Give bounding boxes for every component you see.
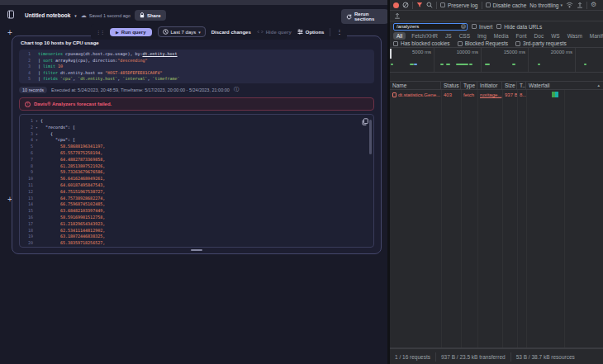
collapse-icon[interactable]: ▾ — [33, 131, 40, 138]
hide-data-urls-checkbox[interactable]: Hide data URLs — [496, 24, 542, 30]
code-segment: 10 — [55, 64, 63, 69]
chevron-down-icon[interactable]: ▾ — [74, 13, 77, 18]
network-timeline[interactable]: 5000 ms10000 ms15000 ms20000 ms — [390, 48, 603, 73]
info-icon[interactable]: ⓘ — [234, 86, 239, 93]
chevron-down-icon: ▾ — [560, 2, 563, 7]
tab-manifest[interactable]: Manifest — [588, 32, 603, 40]
tab-fetch-xhr[interactable]: Fetch/XHR — [410, 32, 439, 40]
line-number: 6 — [20, 150, 33, 157]
import-har-icon[interactable] — [394, 12, 401, 19]
share-label: Share — [147, 13, 161, 18]
tab-css[interactable]: CSS — [458, 32, 472, 40]
timeline-gridline — [434, 48, 434, 72]
tab-js[interactable]: JS — [444, 32, 453, 40]
json-text: 58.58688196341197, — [40, 144, 105, 150]
cell-text: fetch — [463, 92, 474, 97]
notebook-title[interactable]: Untitled notebook — [25, 12, 70, 18]
json-scrollbar[interactable] — [369, 120, 372, 154]
hide-query-button[interactable]: Hide query — [257, 29, 292, 35]
collapse-icon[interactable]: ▾ — [33, 137, 40, 144]
line-number: 18 — [20, 228, 33, 234]
share-button[interactable]: Share — [135, 10, 166, 21]
cell-text: 8... — [520, 92, 526, 97]
section-toolbar: ⋮⋮ ▶ Run query Last 7 days ▾ Discard cha… — [91, 24, 347, 40]
drag-handle-icon[interactable]: ⋮⋮ — [96, 29, 104, 35]
column-header-initiator[interactable]: Initiator — [477, 82, 502, 89]
rerun-sections-button[interactable]: Rerun sections — [341, 9, 388, 24]
json-text: 65.5577875258194, — [40, 150, 102, 157]
copy-button[interactable] — [362, 118, 368, 125]
throttling-label: No throttling — [529, 2, 558, 8]
json-line: 1▾{ — [20, 118, 373, 125]
export-har-icon[interactable] — [577, 2, 583, 8]
line-number: 2 — [19, 58, 31, 64]
network-conditions-icon[interactable] — [566, 2, 573, 8]
clear-filter-icon[interactable]: ✕ — [461, 24, 466, 29]
settings-gear-icon[interactable]: ⚙ — [591, 2, 596, 8]
checkbox — [496, 24, 501, 29]
json-line: 764.48827873369858, — [20, 157, 373, 163]
tab-img[interactable]: Img — [476, 32, 488, 40]
timeline-tick-label: 5000 ms — [398, 50, 431, 54]
collapse-spacer — [33, 150, 40, 157]
search-icon[interactable] — [426, 2, 433, 8]
discard-changes-button[interactable]: Discard changes — [211, 30, 251, 35]
disable-cache-checkbox[interactable]: Disable cache — [486, 2, 527, 8]
checkbox — [440, 2, 445, 7]
code-segment: limit — [43, 64, 55, 69]
tab-doc[interactable]: Doc — [533, 32, 546, 40]
line-number: 20 — [20, 240, 33, 247]
column-divider — [502, 90, 503, 347]
code-segment: "HOST-485DFEFEE81CA0F4" — [105, 70, 162, 75]
code-segment: timeseries — [38, 51, 63, 56]
notebook-icon[interactable] — [7, 10, 15, 19]
resources-size: 53 B / 38.7 kB resources — [511, 352, 580, 362]
column-header-name[interactable]: Name — [390, 82, 441, 89]
play-icon: ▶ — [116, 30, 119, 35]
request-row[interactable]: dt.statistics.Gene...403fetchruxitage...… — [390, 90, 603, 99]
json-text: 62.53411144812902, — [40, 228, 105, 234]
record-icon[interactable] — [393, 2, 399, 8]
add-icon[interactable]: + — [7, 29, 12, 37]
checkbox — [472, 24, 477, 29]
collapse-spacer — [33, 215, 40, 221]
options-button[interactable]: Options — [297, 29, 325, 35]
column-header-type[interactable]: Type — [461, 82, 477, 89]
kebab-menu-icon[interactable]: ⋮ — [336, 29, 342, 35]
column-header-waterfall[interactable]: Waterfall▲ — [526, 82, 603, 89]
divider — [586, 2, 587, 9]
blocked-requests-checkbox[interactable]: Blocked Requests — [458, 40, 508, 46]
request-initiator[interactable]: ruxitage... — [477, 90, 502, 99]
query-editor[interactable]: 1timeseries cpu=avg(dt.host.cpu.usage), … — [19, 50, 374, 83]
collapse-icon[interactable]: ▾ — [33, 118, 40, 125]
preserve-log-checkbox[interactable]: Preserve log — [440, 2, 478, 8]
filter-input[interactable] — [393, 23, 468, 31]
collapse-icon[interactable]: ▾ — [33, 125, 40, 131]
run-query-button[interactable]: ▶ Run query — [110, 28, 152, 36]
tab-media[interactable]: Media — [492, 32, 510, 40]
column-header-t[interactable]: T... — [517, 82, 526, 89]
clear-icon[interactable] — [402, 2, 409, 8]
invert-checkbox[interactable]: Invert — [472, 24, 492, 30]
cell-text: ruxitage... — [480, 92, 501, 97]
filter-funnel-icon[interactable] — [416, 2, 423, 8]
json-text: { — [40, 118, 43, 125]
tab-wasm[interactable]: Wasm — [566, 32, 584, 40]
tab-all[interactable]: All — [393, 32, 406, 40]
timeline-activity-mark — [538, 64, 540, 65]
time-range-button[interactable]: Last 7 days ▾ — [158, 26, 206, 37]
has-blocked-cookies-checkbox[interactable]: Has blocked cookies — [393, 40, 450, 46]
collapse-spacer — [33, 163, 40, 170]
column-header-status[interactable]: Status — [441, 82, 461, 89]
column-header-size[interactable]: Size — [502, 82, 517, 89]
tab-font[interactable]: Font — [515, 32, 529, 40]
timeline-handle[interactable] — [390, 49, 392, 59]
json-text: 63.18072446838325, — [40, 234, 105, 240]
json-output[interactable]: 1▾{2▾"records": [3▾{4▾"cpu": [558.586881… — [19, 114, 374, 248]
resize-handle[interactable] — [191, 249, 202, 251]
throttling-select[interactable]: No throttling ▾ — [529, 2, 563, 8]
sort-arrow-icon[interactable]: ▲ — [597, 83, 601, 87]
tab-ws[interactable]: WS — [549, 32, 561, 40]
3rd-party-requests-checkbox[interactable]: 3rd-party requests — [515, 40, 567, 46]
json-text: 59.73263679676586, — [40, 169, 105, 176]
